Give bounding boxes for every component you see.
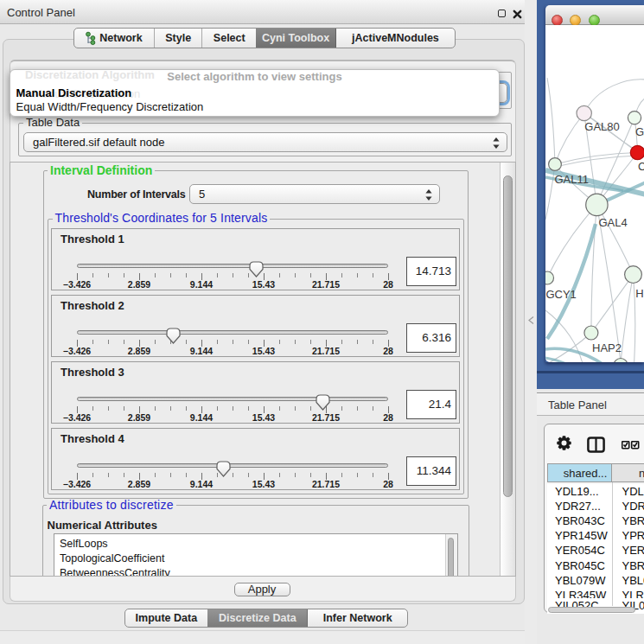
- svg-text:HAP2: HAP2: [592, 341, 622, 354]
- svg-text:GAL80: GAL80: [584, 120, 619, 133]
- svg-text:GCY1: GCY1: [545, 288, 576, 301]
- svg-text:HI: HI: [635, 287, 644, 300]
- svg-text:GAL4: GAL4: [598, 216, 627, 229]
- svg-text:GAL11: GAL11: [555, 173, 590, 186]
- svg-text:GA: GA: [635, 125, 644, 138]
- svg-text:C: C: [638, 160, 644, 173]
